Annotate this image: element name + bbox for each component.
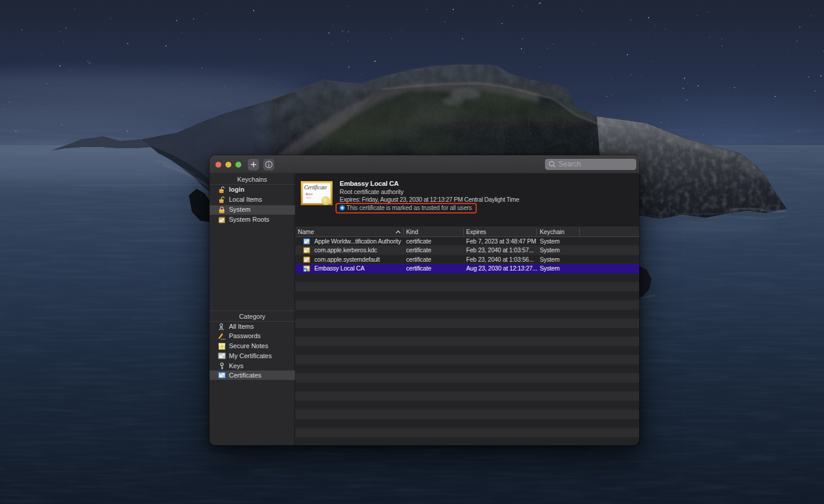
svg-text:~∞~: ~∞~ [305, 196, 311, 199]
svg-text:Certificate: Certificate [304, 185, 327, 191]
svg-text:Root: Root [305, 192, 313, 196]
